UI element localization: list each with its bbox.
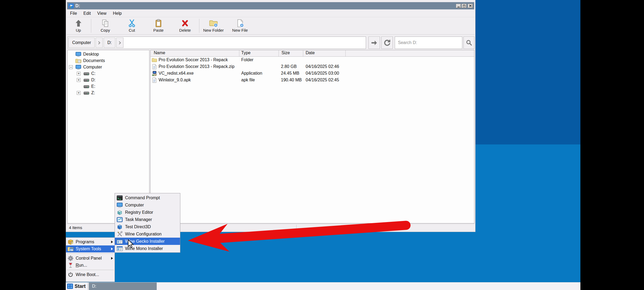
file-name: Pro Evolution Soccer 2013 - Repack.zip (159, 64, 235, 69)
submenu-item-label: Wine Mono Installer (125, 246, 163, 251)
file-row-pro-evolution-soccer-2013-repack[interactable]: Pro Evolution Soccer 2013 - RepackFolder (151, 57, 474, 63)
submenu-item-computer[interactable]: Computer (115, 201, 180, 209)
menu-edit[interactable]: Edit (80, 11, 94, 16)
start-menu-item-programs[interactable]: Programs (66, 238, 115, 245)
tools-icon (116, 231, 123, 237)
start-button[interactable]: Start (66, 282, 88, 290)
start-menu-item-system-tools[interactable]: System Tools (66, 245, 115, 252)
toolbar: UpCopyCutPasteDeleteNew FolderNew File (67, 17, 475, 35)
tree-item-label: Z: (91, 90, 95, 95)
submenu-item-test-direct3d[interactable]: Test Direct3D (115, 223, 180, 230)
file-type: Application (241, 71, 262, 76)
breadcrumb: ComputerD: (68, 37, 366, 49)
tree-item-z[interactable]: +Z: (68, 90, 149, 96)
toolbar-button-new-folder[interactable]: New Folder (200, 17, 227, 34)
start-logo-icon (67, 284, 73, 289)
column-header-name[interactable]: Name (154, 50, 165, 55)
maximize-icon (463, 5, 465, 7)
chevron-right-icon (118, 41, 121, 45)
maximize-button[interactable] (462, 4, 467, 8)
menu-view[interactable]: View (94, 11, 109, 16)
taskbar-task-d[interactable]: D: (89, 282, 157, 290)
search-button[interactable] (463, 37, 474, 49)
go-button[interactable] (368, 37, 380, 49)
toolbar-button-up[interactable]: Up (67, 17, 90, 34)
breadcrumb-segment-computer[interactable]: Computer (68, 38, 95, 48)
file-type: apk file (241, 78, 255, 82)
breadcrumb-segment-d[interactable]: D: (104, 38, 115, 48)
menu-help[interactable]: Help (110, 11, 125, 16)
copy-pages-icon (101, 19, 110, 27)
submenu-item-command-prompt[interactable]: Command Prompt (115, 194, 180, 201)
column-header-date[interactable]: Date (306, 50, 315, 55)
installer-window-icon (116, 238, 123, 244)
submenu-item-label: Computer (125, 203, 144, 208)
breadcrumb-chevron[interactable] (116, 38, 123, 48)
close-button[interactable] (468, 4, 473, 8)
system-tools-submenu: Command PromptComputerRegistry EditorTas… (115, 193, 180, 253)
file-manager-app-icon (68, 3, 74, 8)
task-manager-icon (116, 217, 123, 223)
submenu-item-wine-configuration[interactable]: Wine Configuration (115, 230, 180, 238)
tree-item-computer[interactable]: −Computer (68, 64, 149, 70)
taskbar-tasks: D: (88, 282, 580, 290)
system-tools-icon (67, 246, 74, 252)
file-list-rows: Pro Evolution Soccer 2013 - RepackFolder… (151, 57, 474, 84)
toolbar-button-new-file[interactable]: New File (227, 17, 253, 34)
submenu-item-task-manager[interactable]: Task Manager (115, 216, 180, 223)
file-name: VC_redist.x64.exe (159, 71, 194, 76)
toolbar-button-label: Copy (101, 28, 110, 32)
submenu-arrow-icon (111, 257, 113, 260)
toolbar-button-paste[interactable]: Paste (145, 17, 172, 34)
breadcrumb-chevron[interactable] (96, 38, 103, 48)
submenu-item-wine-mono-installer[interactable]: Wine Mono Installer (115, 245, 180, 252)
column-separator (279, 50, 279, 56)
go-arrow-icon (371, 39, 378, 46)
file-date: 04/16/2025 03:00 (306, 71, 339, 76)
submenu-item-label: Task Manager (125, 217, 152, 222)
power-icon (67, 272, 74, 278)
file-row-pro-evolution-soccer-2013-repack-zip[interactable]: Pro Evolution Soccer 2013 - Repack.zip2.… (151, 63, 474, 70)
minimize-icon (458, 7, 460, 7)
column-header-size[interactable]: Size (281, 50, 290, 55)
toolbar-button-cut[interactable]: Cut (119, 17, 145, 34)
tree-expander-minus[interactable]: − (69, 65, 73, 69)
menu-file[interactable]: File (67, 11, 80, 16)
magnifier-icon (465, 39, 473, 46)
tree-item-c[interactable]: +C: (68, 70, 149, 77)
start-menu-item-run[interactable]: Run... (66, 262, 115, 269)
up-arrow-icon (74, 19, 83, 27)
tree-expander-plus[interactable]: + (77, 91, 80, 95)
tree-expander-plus[interactable]: + (77, 72, 80, 75)
file-date: 04/16/2025 02:45 (306, 78, 339, 82)
submenu-item-label: Test Direct3D (125, 224, 151, 229)
toolbar-button-label: Delete (179, 28, 191, 32)
toolbar-button-label: New File (232, 28, 248, 32)
refresh-icon (383, 39, 391, 46)
monitor-icon (116, 202, 123, 208)
column-separator (239, 50, 239, 56)
submenu-arrow-icon (111, 241, 113, 243)
refresh-button[interactable] (381, 37, 393, 49)
tree-item-e[interactable]: E: (68, 83, 149, 90)
submenu-item-registry-editor[interactable]: Registry Editor (115, 209, 180, 216)
toolbar-button-copy[interactable]: Copy (92, 17, 119, 34)
window-title: D: (75, 3, 80, 8)
search-input[interactable] (395, 37, 462, 49)
file-row-winlator-9-0-apk[interactable]: Winlator_9.0.apkapk file190.40 MB04/16/2… (151, 77, 474, 84)
tree-expander-plus[interactable]: + (77, 78, 80, 82)
start-menu-item-control-panel[interactable]: Control Panel (66, 255, 115, 262)
toolbar-separator (199, 19, 199, 33)
tree-item-label: Desktop (83, 52, 99, 57)
toolbar-button-delete[interactable]: Delete (172, 17, 198, 34)
file-row-vc-redist-x64-exe[interactable]: VC_redist.x64.exeApplication24.45 MB04/1… (151, 70, 474, 77)
start-menu-separator (67, 253, 114, 254)
submenu-item-wine-gecko-installer[interactable]: Wine Gecko Installer (115, 238, 180, 245)
tree-item-desktop[interactable]: Desktop (68, 51, 149, 57)
tree-item-d[interactable]: +D: (68, 77, 149, 83)
tree-item-documents[interactable]: Documents (68, 57, 149, 64)
minimize-button[interactable] (456, 4, 461, 8)
start-menu-item-wine-boot[interactable]: Wine Boot... (66, 271, 115, 278)
title-bar: D: (67, 2, 474, 9)
column-header-type[interactable]: Type (241, 50, 251, 55)
